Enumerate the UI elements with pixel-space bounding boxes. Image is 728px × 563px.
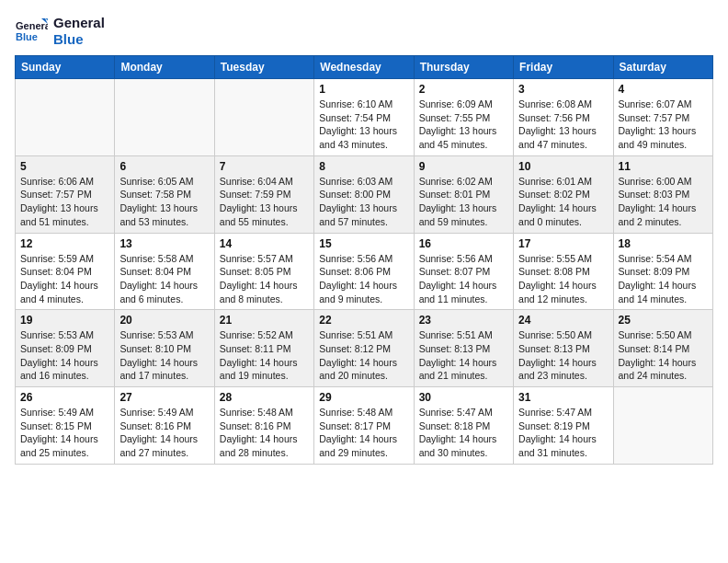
calendar-week-2: 5Sunrise: 6:06 AMSunset: 7:57 PMDaylight… bbox=[16, 155, 713, 233]
day-number: 6 bbox=[119, 160, 209, 173]
day-info: Sunrise: 5:47 AMSunset: 8:18 PMDaylight:… bbox=[419, 406, 508, 460]
weekday-header-wednesday: Wednesday bbox=[314, 56, 414, 79]
day-number: 5 bbox=[20, 160, 109, 173]
calendar-body: 1Sunrise: 6:10 AMSunset: 7:54 PMDaylight… bbox=[16, 79, 713, 465]
logo-icon: General Blue bbox=[15, 15, 48, 48]
day-info: Sunrise: 5:48 AMSunset: 8:16 PMDaylight:… bbox=[220, 406, 309, 460]
day-info: Sunrise: 5:47 AMSunset: 8:19 PMDaylight:… bbox=[518, 406, 608, 460]
day-info: Sunrise: 5:59 AMSunset: 8:04 PMDaylight:… bbox=[20, 252, 109, 306]
logo-blue: Blue bbox=[53, 31, 105, 48]
calendar-cell: 13Sunrise: 5:58 AMSunset: 8:04 PMDayligh… bbox=[115, 233, 214, 310]
calendar-cell: 30Sunrise: 5:47 AMSunset: 8:18 PMDayligh… bbox=[414, 387, 513, 465]
calendar-cell bbox=[115, 79, 214, 156]
calendar-cell: 31Sunrise: 5:47 AMSunset: 8:19 PMDayligh… bbox=[514, 387, 613, 465]
day-info: Sunrise: 6:01 AMSunset: 8:02 PMDaylight:… bbox=[518, 175, 608, 229]
weekday-header-tuesday: Tuesday bbox=[214, 56, 313, 79]
day-number: 20 bbox=[119, 314, 209, 327]
calendar-cell: 12Sunrise: 5:59 AMSunset: 8:04 PMDayligh… bbox=[16, 233, 115, 310]
calendar-cell bbox=[16, 79, 115, 156]
day-info: Sunrise: 5:54 AMSunset: 8:09 PMDaylight:… bbox=[619, 252, 708, 306]
weekday-header-thursday: Thursday bbox=[414, 56, 513, 79]
weekday-header-sunday: Sunday bbox=[16, 56, 115, 79]
weekday-header-saturday: Saturday bbox=[613, 56, 712, 79]
calendar-cell: 11Sunrise: 6:00 AMSunset: 8:03 PMDayligh… bbox=[613, 155, 712, 233]
calendar-header: SundayMondayTuesdayWednesdayThursdayFrid… bbox=[16, 56, 713, 79]
calendar-cell: 5Sunrise: 6:06 AMSunset: 7:57 PMDaylight… bbox=[16, 155, 115, 233]
day-info: Sunrise: 6:06 AMSunset: 7:57 PMDaylight:… bbox=[20, 175, 109, 229]
day-info: Sunrise: 5:50 AMSunset: 8:14 PMDaylight:… bbox=[619, 328, 708, 383]
day-number: 12 bbox=[20, 237, 109, 250]
day-number: 2 bbox=[419, 83, 508, 96]
day-info: Sunrise: 5:56 AMSunset: 8:07 PMDaylight:… bbox=[419, 252, 508, 306]
day-info: Sunrise: 6:02 AMSunset: 8:01 PMDaylight:… bbox=[419, 175, 508, 229]
day-number: 13 bbox=[119, 237, 209, 250]
day-number: 9 bbox=[419, 160, 508, 173]
calendar-cell: 26Sunrise: 5:49 AMSunset: 8:15 PMDayligh… bbox=[16, 387, 115, 465]
day-number: 15 bbox=[319, 237, 408, 250]
day-info: Sunrise: 6:04 AMSunset: 7:59 PMDaylight:… bbox=[220, 175, 309, 229]
day-info: Sunrise: 6:10 AMSunset: 7:54 PMDaylight:… bbox=[319, 98, 408, 152]
day-info: Sunrise: 6:09 AMSunset: 7:55 PMDaylight:… bbox=[419, 98, 508, 152]
day-number: 23 bbox=[419, 314, 508, 327]
day-info: Sunrise: 6:05 AMSunset: 7:58 PMDaylight:… bbox=[119, 175, 209, 229]
day-number: 8 bbox=[319, 160, 408, 173]
calendar-cell: 2Sunrise: 6:09 AMSunset: 7:55 PMDaylight… bbox=[414, 79, 513, 156]
calendar-cell: 25Sunrise: 5:50 AMSunset: 8:14 PMDayligh… bbox=[613, 310, 712, 387]
logo-general: General bbox=[53, 15, 105, 31]
calendar-week-1: 1Sunrise: 6:10 AMSunset: 7:54 PMDaylight… bbox=[16, 79, 713, 156]
calendar-cell: 24Sunrise: 5:50 AMSunset: 8:13 PMDayligh… bbox=[514, 310, 613, 387]
day-info: Sunrise: 5:52 AMSunset: 8:11 PMDaylight:… bbox=[220, 328, 309, 383]
day-info: Sunrise: 5:53 AMSunset: 8:09 PMDaylight:… bbox=[20, 328, 109, 383]
day-number: 3 bbox=[518, 83, 608, 96]
day-number: 17 bbox=[518, 237, 608, 250]
day-info: Sunrise: 5:56 AMSunset: 8:06 PMDaylight:… bbox=[319, 252, 408, 306]
calendar-table: SundayMondayTuesdayWednesdayThursdayFrid… bbox=[15, 55, 713, 465]
calendar-cell: 8Sunrise: 6:03 AMSunset: 8:00 PMDaylight… bbox=[314, 155, 414, 233]
day-info: Sunrise: 6:08 AMSunset: 7:56 PMDaylight:… bbox=[518, 98, 608, 152]
calendar-cell: 20Sunrise: 5:53 AMSunset: 8:10 PMDayligh… bbox=[115, 310, 214, 387]
svg-text:Blue: Blue bbox=[16, 31, 38, 42]
calendar-cell: 28Sunrise: 5:48 AMSunset: 8:16 PMDayligh… bbox=[214, 387, 313, 465]
day-number: 7 bbox=[220, 160, 309, 173]
svg-text:General: General bbox=[16, 20, 48, 31]
logo: General Blue General Blue bbox=[15, 15, 105, 48]
day-number: 10 bbox=[518, 160, 608, 173]
day-info: Sunrise: 5:49 AMSunset: 8:16 PMDaylight:… bbox=[119, 406, 209, 460]
day-number: 27 bbox=[119, 391, 209, 404]
calendar-cell: 27Sunrise: 5:49 AMSunset: 8:16 PMDayligh… bbox=[115, 387, 214, 465]
day-info: Sunrise: 6:00 AMSunset: 8:03 PMDaylight:… bbox=[619, 175, 708, 229]
weekday-header-friday: Friday bbox=[514, 56, 613, 79]
day-number: 28 bbox=[220, 391, 309, 404]
day-number: 14 bbox=[220, 237, 309, 250]
day-number: 29 bbox=[319, 391, 408, 404]
calendar-cell: 23Sunrise: 5:51 AMSunset: 8:13 PMDayligh… bbox=[414, 310, 513, 387]
calendar-week-5: 26Sunrise: 5:49 AMSunset: 8:15 PMDayligh… bbox=[16, 387, 713, 465]
calendar-week-3: 12Sunrise: 5:59 AMSunset: 8:04 PMDayligh… bbox=[16, 233, 713, 310]
calendar-cell: 3Sunrise: 6:08 AMSunset: 7:56 PMDaylight… bbox=[514, 79, 613, 156]
calendar-cell: 15Sunrise: 5:56 AMSunset: 8:06 PMDayligh… bbox=[314, 233, 414, 310]
calendar-cell: 14Sunrise: 5:57 AMSunset: 8:05 PMDayligh… bbox=[214, 233, 313, 310]
day-info: Sunrise: 5:50 AMSunset: 8:13 PMDaylight:… bbox=[518, 328, 608, 383]
day-number: 1 bbox=[319, 83, 408, 96]
page-header: General Blue General Blue bbox=[15, 15, 713, 48]
day-number: 26 bbox=[20, 391, 109, 404]
weekday-header-row: SundayMondayTuesdayWednesdayThursdayFrid… bbox=[16, 56, 713, 79]
calendar-cell: 16Sunrise: 5:56 AMSunset: 8:07 PMDayligh… bbox=[414, 233, 513, 310]
calendar-cell: 18Sunrise: 5:54 AMSunset: 8:09 PMDayligh… bbox=[613, 233, 712, 310]
calendar-week-4: 19Sunrise: 5:53 AMSunset: 8:09 PMDayligh… bbox=[16, 310, 713, 387]
day-info: Sunrise: 5:53 AMSunset: 8:10 PMDaylight:… bbox=[119, 328, 209, 383]
day-info: Sunrise: 5:51 AMSunset: 8:12 PMDaylight:… bbox=[319, 328, 408, 383]
day-number: 21 bbox=[220, 314, 309, 327]
calendar-cell: 17Sunrise: 5:55 AMSunset: 8:08 PMDayligh… bbox=[514, 233, 613, 310]
day-info: Sunrise: 5:48 AMSunset: 8:17 PMDaylight:… bbox=[319, 406, 408, 460]
day-info: Sunrise: 5:49 AMSunset: 8:15 PMDaylight:… bbox=[20, 406, 109, 460]
day-number: 19 bbox=[20, 314, 109, 327]
day-number: 16 bbox=[419, 237, 508, 250]
calendar-cell: 7Sunrise: 6:04 AMSunset: 7:59 PMDaylight… bbox=[214, 155, 313, 233]
day-info: Sunrise: 5:51 AMSunset: 8:13 PMDaylight:… bbox=[419, 328, 508, 383]
day-info: Sunrise: 6:03 AMSunset: 8:00 PMDaylight:… bbox=[319, 175, 408, 229]
day-info: Sunrise: 5:58 AMSunset: 8:04 PMDaylight:… bbox=[119, 252, 209, 306]
calendar-cell: 22Sunrise: 5:51 AMSunset: 8:12 PMDayligh… bbox=[314, 310, 414, 387]
calendar-cell: 1Sunrise: 6:10 AMSunset: 7:54 PMDaylight… bbox=[314, 79, 414, 156]
day-number: 24 bbox=[518, 314, 608, 327]
